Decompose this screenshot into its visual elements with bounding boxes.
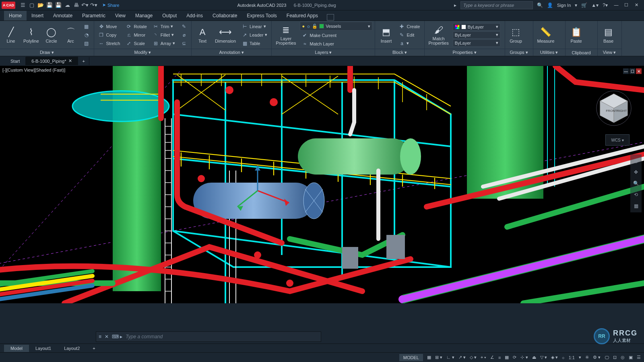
mirror-button[interactable]: ⎌Mirror (124, 31, 148, 39)
create-button[interactable]: ✚Create (397, 23, 421, 31)
vp-max-icon[interactable]: ☐ (630, 68, 635, 74)
menu-tab-home[interactable]: Home (4, 11, 27, 21)
ortho-icon[interactable]: ∟ ▾ (446, 355, 454, 360)
panel-utilities-title[interactable]: Utilities ▾ (533, 49, 565, 56)
line-button[interactable]: ╱Line (2, 26, 19, 44)
scale-button[interactable]: 1:1 (569, 355, 575, 360)
layout-tab[interactable]: Layout1 (29, 345, 58, 352)
new-icon[interactable]: ▢ (28, 2, 35, 9)
user-icon[interactable]: 👤 (547, 2, 553, 8)
app-logo-icon[interactable]: A CAD (2, 2, 15, 9)
menu-icon[interactable]: ☰ (19, 2, 27, 9)
search-icon[interactable]: 🔍 (537, 2, 543, 8)
color-dropdown[interactable]: ByLayer▾ (453, 23, 500, 31)
cmd-close-icon[interactable]: ✕ (105, 334, 109, 339)
isolate-icon[interactable]: ◎ (621, 355, 625, 360)
linetype-dropdown[interactable]: ByLayer▾ (453, 39, 500, 47)
annovis-icon[interactable]: ※ (585, 355, 589, 360)
help-icon[interactable]: ?▾ (603, 2, 608, 8)
move-button[interactable]: ✥Move (97, 23, 122, 31)
copy-button[interactable]: ❐Copy (97, 31, 122, 39)
explode-icon-button[interactable]: ⌀ (179, 31, 189, 39)
close-tab-icon[interactable]: ✕ (68, 58, 72, 64)
doc-tab[interactable]: Start (5, 57, 26, 65)
editattr-button[interactable]: a▾ (397, 39, 421, 47)
rotate-button[interactable]: ⟳Rotate (124, 23, 148, 31)
lineweight-icon[interactable]: ≡ (498, 355, 501, 360)
menu-tab-parametric[interactable]: Parametric (77, 11, 110, 21)
menu-tab-collaborate[interactable]: Collaborate (208, 11, 242, 21)
edit-button[interactable]: ✎Edit (397, 31, 421, 39)
open-icon[interactable]: 📂 (37, 2, 44, 9)
menu-tab-annotate[interactable]: Annotate (48, 11, 77, 21)
steering-wheel-icon[interactable]: ◎ (632, 157, 640, 165)
menu-tab-manage[interactable]: Manage (130, 11, 157, 21)
text-button[interactable]: AText (194, 26, 211, 44)
osnap-icon[interactable]: ⌖ ▾ (481, 355, 486, 360)
base-button[interactable]: ▤Base (600, 26, 617, 44)
view-cube[interactable]: FRONT RIGHT (596, 90, 632, 126)
paste-button[interactable]: 📋Paste (568, 26, 585, 44)
share-button[interactable]: ➤ Share (102, 2, 119, 8)
array-button[interactable]: ⊞Array▾ (151, 39, 177, 47)
new-tab-button[interactable]: + (78, 57, 89, 65)
region-icon-button[interactable]: ▧ (82, 39, 91, 47)
panel-block-title[interactable]: Block ▾ (375, 49, 424, 56)
menu-tab-featured-apps[interactable]: Featured Apps (282, 11, 323, 21)
annoscale-icon[interactable]: ⟐ (562, 355, 565, 360)
minimize-icon[interactable]: — (612, 2, 621, 7)
pan-icon[interactable]: ✥ (632, 168, 640, 176)
polar-icon[interactable]: ↗ ▾ (458, 355, 466, 360)
filter-icon[interactable]: ▽ ▾ (540, 355, 547, 360)
maximize-icon[interactable]: ☐ (622, 2, 631, 8)
panel-draw-title[interactable]: Draw ▾ (0, 49, 94, 56)
leader-button[interactable]: ↗Leader▾ (240, 31, 269, 39)
panel-modify-title[interactable]: Modify ▾ (94, 49, 192, 56)
viewport[interactable]: [-][Custom View][Shaded (Fast)] — ☐ ✕ FR… (0, 66, 644, 303)
match-layer-button[interactable]: ≈Match Layer (300, 40, 338, 48)
grid-icon[interactable]: ▦ (427, 355, 431, 360)
hardware-icon[interactable]: ⊡ (613, 355, 617, 360)
undo-icon[interactable]: ↶▾ (81, 2, 89, 9)
layout-tab[interactable]: Layout2 (58, 345, 86, 352)
table-button[interactable]: ▦Table (240, 39, 269, 47)
ellipse-icon-button[interactable]: ◔ (82, 31, 91, 39)
close-icon[interactable]: ✕ (632, 2, 641, 8)
web-icon[interactable]: ☁ (64, 2, 71, 9)
gizmo-icon[interactable]: ◈ ▾ (551, 355, 558, 360)
3dosnap-icon[interactable]: ⊹ ▾ (520, 355, 528, 360)
panel-view-title[interactable]: View ▾ (598, 49, 621, 56)
panel-groups-title[interactable]: Groups ▾ (505, 49, 533, 56)
search-back-icon[interactable]: ▸ (454, 2, 456, 8)
cycling-icon[interactable]: ⟳ (513, 355, 516, 360)
scale-button[interactable]: ⤢Scale (124, 39, 148, 47)
menu-tab-output[interactable]: Output (157, 11, 182, 21)
orbit-icon[interactable]: ⟲ (632, 191, 640, 199)
zoom-icon[interactable]: 🔍 (632, 179, 640, 187)
new-layout-button[interactable]: + (86, 345, 101, 352)
fillet-button[interactable]: ◝Fillet▾ (151, 31, 177, 39)
vp-close-icon[interactable]: ✕ (636, 68, 642, 74)
signin-button[interactable]: Sign In (557, 3, 571, 8)
panel-layers-title[interactable]: Layers ▾ (272, 49, 375, 56)
transparency-icon[interactable]: ▦ (505, 355, 509, 360)
dynucs-icon[interactable]: ⏏ (532, 355, 536, 360)
polyline-button[interactable]: ⌇Polyline (22, 26, 41, 44)
menu-tab-view[interactable]: View (110, 11, 130, 21)
panel-annotation-title[interactable]: Annotation ▾ (192, 49, 271, 56)
linear-button[interactable]: ⊢Linear▾ (240, 23, 269, 31)
group-button[interactable]: ⬚Group (508, 26, 524, 44)
insert-button[interactable]: ⬒Insert (378, 26, 394, 44)
layout-tab[interactable]: Model (4, 345, 29, 352)
layer-properties-button[interactable]: ≣Layer Properties (274, 24, 297, 46)
saveas-icon[interactable]: 💾 (55, 2, 62, 9)
dimension-button[interactable]: ⟷Dimension (213, 26, 237, 44)
lineweight-dropdown[interactable]: ByLayer▾ (453, 31, 500, 39)
wcs-dropdown[interactable]: WCS ▾ (605, 134, 630, 146)
viewport-label[interactable]: [-][Custom View][Shaded (Fast)] (2, 68, 65, 72)
cmd-history-icon[interactable]: ≡ (99, 334, 101, 339)
save-icon[interactable]: 💾 (46, 2, 53, 9)
cleanscreen-icon[interactable]: ▣ (629, 355, 633, 360)
custom-icon[interactable]: ☰ (637, 355, 641, 360)
menu-tab-add-ins[interactable]: Add-ins (182, 11, 208, 21)
